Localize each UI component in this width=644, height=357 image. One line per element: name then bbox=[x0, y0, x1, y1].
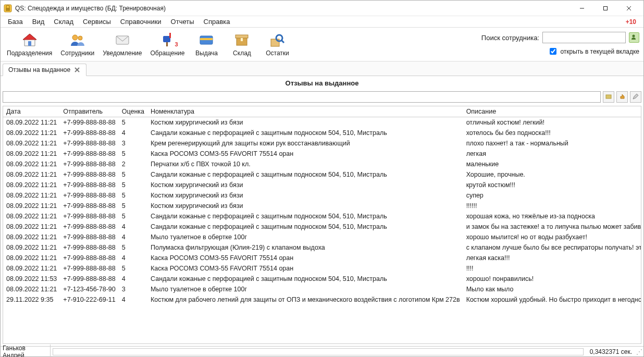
cell-rating: 3 bbox=[119, 138, 147, 149]
cell-desc: Мыло как мыло bbox=[463, 284, 641, 294]
table-row[interactable]: 08.09.2022 11:21+7-999-888-88-885Костюм … bbox=[3, 201, 641, 211]
cell-rating: 5 bbox=[119, 263, 147, 274]
toolbar-label: Подразделения bbox=[7, 50, 52, 57]
toolbar-remains[interactable]: Остатки bbox=[262, 31, 293, 58]
reviews-grid[interactable]: Дата Отправитель Оценка Номенклатура Опи… bbox=[3, 106, 641, 344]
toolbar-employees[interactable]: Сотрудники bbox=[58, 31, 96, 58]
cell-item: Костюм хирургический из бязи bbox=[147, 201, 463, 211]
cell-sender: +7-999-888-88-88 bbox=[60, 242, 118, 253]
filter-button-2[interactable] bbox=[616, 91, 628, 103]
cell-rating: 4 bbox=[119, 274, 147, 284]
cell-date: 08.09.2022 11:21 bbox=[3, 159, 60, 169]
minimize-button[interactable] bbox=[570, 1, 593, 16]
list-search-input[interactable] bbox=[3, 91, 601, 103]
toolbar-issue[interactable]: Выдача bbox=[191, 31, 222, 58]
maximize-button[interactable] bbox=[593, 1, 617, 16]
employee-search-input[interactable] bbox=[542, 32, 626, 43]
col-item[interactable]: Номенклатура bbox=[147, 106, 463, 117]
svg-rect-19 bbox=[241, 38, 243, 41]
mailbox-icon bbox=[159, 32, 176, 48]
cell-sender: +7-999-888-88-88 bbox=[60, 232, 118, 242]
cell-date: 08.09.2022 11:21 bbox=[3, 169, 60, 180]
thumbs-neutral-icon bbox=[605, 93, 612, 102]
statusbar: Ганьков Андрей 0,3432371 сек. ⋰ bbox=[1, 346, 643, 356]
menu-dictionaries[interactable]: Справочники bbox=[116, 17, 166, 27]
filter-button-3[interactable] bbox=[630, 91, 641, 103]
svg-rect-1 bbox=[6, 8, 10, 11]
resize-grip-icon[interactable]: ⋰ bbox=[634, 348, 641, 355]
menu-help[interactable]: Справка bbox=[200, 17, 234, 27]
table-row[interactable]: 08.09.2022 11:21+7-999-888-88-885Каска Р… bbox=[3, 263, 641, 274]
cell-rating: 2 bbox=[119, 159, 147, 169]
cell-rating: 5 bbox=[119, 190, 147, 201]
employee-search-go[interactable] bbox=[629, 32, 639, 43]
cell-sender: +7-999-888-88-88 bbox=[60, 180, 118, 190]
menu-stock[interactable]: Склад bbox=[49, 17, 78, 27]
col-date[interactable]: Дата bbox=[3, 106, 60, 117]
table-row[interactable]: 08.09.2022 11:21+7-999-888-88-885Костюм … bbox=[3, 117, 641, 128]
home-icon bbox=[21, 32, 38, 48]
cell-rating: 4 bbox=[119, 128, 147, 138]
svg-point-23 bbox=[633, 34, 635, 37]
table-row[interactable]: 08.09.2022 11:21+7-999-888-88-885Каска Р… bbox=[3, 149, 641, 159]
cell-date: 08.09.2022 11:21 bbox=[3, 284, 60, 294]
table-row[interactable]: 08.09.2022 11:21+7-999-888-88-883Крем ре… bbox=[3, 138, 641, 149]
open-in-current-tab-label: открыть в текущей вкладке bbox=[560, 48, 639, 55]
table-row[interactable]: 29.11.2022 9:35+7-910-222-69-114Костюм д… bbox=[3, 294, 641, 305]
filter-button-1[interactable] bbox=[603, 91, 614, 103]
cell-date: 08.09.2022 11:21 bbox=[3, 128, 60, 138]
toolbar-notification[interactable]: Уведомление bbox=[101, 31, 144, 58]
svg-point-9 bbox=[72, 35, 78, 40]
table-row[interactable]: 08.09.2022 11:21+7-999-888-88-885Сандали… bbox=[3, 211, 641, 221]
table-row[interactable]: 08.09.2022 11:21+7-999-888-88-885Сандали… bbox=[3, 169, 641, 180]
open-in-current-tab-checkbox[interactable] bbox=[550, 48, 556, 55]
close-icon[interactable] bbox=[73, 66, 81, 73]
cell-date: 08.09.2022 11:21 bbox=[3, 211, 60, 221]
toolbar-request[interactable]: 3 Обращение bbox=[148, 31, 187, 58]
svg-rect-8 bbox=[28, 41, 31, 46]
box-icon bbox=[233, 32, 250, 48]
cell-date: 08.09.2022 11:21 bbox=[3, 221, 60, 232]
cell-rating: 4 bbox=[119, 221, 147, 232]
table-row[interactable]: 08.09.2022 11:53+7-999-888-88-884Сандали… bbox=[3, 274, 641, 284]
col-sender[interactable]: Отправитель bbox=[60, 106, 118, 117]
tab-reviews[interactable]: Отзывы на выданное bbox=[3, 64, 86, 76]
svg-rect-14 bbox=[166, 42, 168, 46]
cell-rating: 5 bbox=[119, 242, 147, 253]
col-desc[interactable]: Описание bbox=[463, 106, 641, 117]
table-row[interactable]: 08.09.2022 11:21+7-999-888-88-884Каска Р… bbox=[3, 253, 641, 263]
cell-sender: +7-910-222-69-11 bbox=[60, 294, 118, 305]
toolbar-stock[interactable]: Склад bbox=[226, 31, 257, 58]
menu-services[interactable]: Сервисы bbox=[79, 17, 115, 27]
table-row[interactable]: 08.09.2022 11:21+7-999-888-88-885Костюм … bbox=[3, 180, 641, 190]
toolbar-label: Склад bbox=[233, 50, 251, 57]
col-rating[interactable]: Оценка bbox=[119, 106, 147, 117]
cell-rating: 5 bbox=[119, 211, 147, 221]
cell-desc: крутой костюм!!! bbox=[463, 180, 641, 190]
menu-view[interactable]: Вид bbox=[28, 17, 49, 27]
cell-rating: 4 bbox=[119, 294, 147, 305]
toolbar-label: Уведомление bbox=[103, 50, 142, 57]
menu-badge: +10 bbox=[626, 18, 640, 26]
table-row[interactable]: 08.09.2022 11:21+7-999-888-88-884Сандали… bbox=[3, 128, 641, 138]
cell-sender: +7-999-888-88-88 bbox=[60, 201, 118, 211]
close-button[interactable] bbox=[617, 1, 640, 16]
edit-icon bbox=[632, 93, 639, 102]
cell-date: 08.09.2022 11:21 bbox=[3, 190, 60, 201]
cell-item: Сандали кожаные с перфорацией с защитным… bbox=[147, 128, 463, 138]
menu-reports[interactable]: Отчеты bbox=[167, 17, 199, 27]
table-row[interactable]: 08.09.2022 11:21+7-999-888-88-884Сандали… bbox=[3, 221, 641, 232]
toolbar-label: Обращение bbox=[151, 50, 185, 57]
cell-rating: 5 bbox=[119, 117, 147, 128]
cell-sender: +7-999-888-88-88 bbox=[60, 263, 118, 274]
table-row[interactable]: 08.09.2022 11:21+7-123-456-78-903Мыло ту… bbox=[3, 284, 641, 294]
table-row[interactable]: 08.09.2022 11:21+7-999-888-88-884Мыло ту… bbox=[3, 232, 641, 242]
table-row[interactable]: 08.09.2022 11:21+7-999-888-88-885Костюм … bbox=[3, 190, 641, 201]
table-row[interactable]: 08.09.2022 11:21+7-999-888-88-882Перчатк… bbox=[3, 159, 641, 169]
menu-base[interactable]: База bbox=[4, 17, 27, 27]
toolbar-departments[interactable]: Подразделения bbox=[5, 31, 54, 58]
cell-date: 08.09.2022 11:21 bbox=[3, 180, 60, 190]
table-row[interactable]: 08.09.2022 11:21+7-999-888-88-885Полумас… bbox=[3, 242, 641, 253]
cell-desc: маленькие bbox=[463, 159, 641, 169]
cell-item: Мыло туалетное в обертке 100г bbox=[147, 284, 463, 294]
